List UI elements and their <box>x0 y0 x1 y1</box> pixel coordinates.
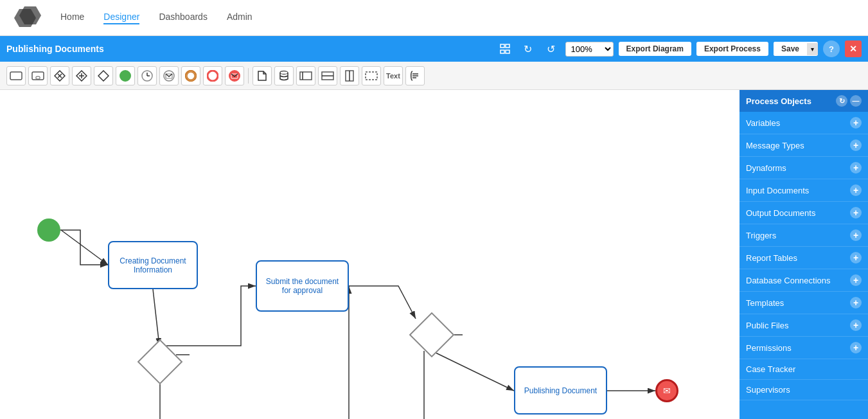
add-input-docs-icon[interactable]: + <box>850 184 862 196</box>
svg-rect-2 <box>500 44 504 48</box>
panel-item-output-documents[interactable]: Output Documents + <box>740 202 868 224</box>
add-db-connections-icon[interactable]: + <box>850 274 862 286</box>
panel-item-triggers[interactable]: Triggers + <box>740 224 868 247</box>
submit-label: Submit the document for approval <box>261 277 344 295</box>
panel-item-message-types-label: Message Types <box>746 141 804 150</box>
panel-item-public-files-label: Public Files <box>746 321 788 330</box>
panel-item-permissions[interactable]: Permissions + <box>740 337 868 359</box>
add-report-tables-icon[interactable]: + <box>850 252 862 263</box>
add-public-files-icon[interactable]: + <box>850 319 862 331</box>
main-nav: Home Designer Dashboards Admin <box>60 12 252 24</box>
gateway-x-tool[interactable] <box>50 66 69 85</box>
svg-line-37 <box>153 289 159 346</box>
dotted-tool[interactable] <box>362 66 381 85</box>
add-templates-icon[interactable]: + <box>850 297 862 308</box>
svg-point-13 <box>120 71 130 81</box>
panel-item-report-tables[interactable]: Report Tables + <box>740 247 868 269</box>
panel-item-dynaforms-label: Dynaforms <box>746 163 786 173</box>
nav-dashboards[interactable]: Dashboards <box>159 12 208 24</box>
task-tool[interactable] <box>6 66 26 85</box>
panel-item-templates[interactable]: Templates + <box>740 292 868 314</box>
gateway-diamond-tool[interactable] <box>94 66 113 85</box>
panel-item-case-tracker-label: Case Tracker <box>746 364 795 374</box>
gateway-1[interactable] <box>144 346 176 378</box>
panel-item-public-files[interactable]: Public Files + <box>740 314 868 337</box>
creating-doc-label: Creating Document Information <box>113 256 193 274</box>
help-button[interactable]: ? <box>823 40 840 57</box>
panel-item-variables[interactable]: Variables + <box>740 112 868 134</box>
panel-item-supervisors-label: Supervisors <box>746 385 790 395</box>
gateway-2[interactable] <box>416 319 448 351</box>
nav-designer[interactable]: Designer <box>103 12 139 24</box>
undo-button[interactable]: ↺ <box>542 40 560 58</box>
save-dropdown-button[interactable]: ▾ <box>807 43 818 55</box>
gateway-2-diamond <box>409 312 455 358</box>
svg-rect-7 <box>32 72 44 80</box>
logo-icon <box>13 4 41 32</box>
pool-tool[interactable] <box>296 66 315 85</box>
end-email-event[interactable]: ✉ <box>655 379 678 402</box>
zoom-select[interactable]: 100% 50% 75% 125% 150% <box>565 42 614 57</box>
end-event-tool[interactable] <box>203 66 222 85</box>
process-title: Publishing Documents <box>6 44 491 54</box>
fit-screen-button[interactable] <box>496 40 514 58</box>
panel-item-db-connections[interactable]: Database Connections + <box>740 269 868 292</box>
email-end-tool[interactable] <box>225 66 244 85</box>
add-permissions-icon[interactable]: + <box>850 342 862 353</box>
svg-rect-5 <box>506 50 509 53</box>
nav-admin[interactable]: Admin <box>227 12 252 24</box>
svg-rect-6 <box>10 72 22 80</box>
panel-item-message-types[interactable]: Message Types + <box>740 134 868 157</box>
add-variables-icon[interactable]: + <box>850 117 862 129</box>
svg-rect-25 <box>300 72 312 80</box>
panel-item-dynaforms[interactable]: Dynaforms + <box>740 157 868 179</box>
collapse-icon[interactable]: — <box>850 95 862 107</box>
lane-v-tool[interactable] <box>340 66 359 85</box>
text-tool[interactable]: Text <box>384 66 403 85</box>
panel-item-variables-label: Variables <box>746 118 780 128</box>
add-message-types-icon[interactable]: + <box>850 139 862 151</box>
panel-item-triggers-label: Triggers <box>746 231 776 240</box>
db-tool[interactable] <box>274 66 294 85</box>
close-button[interactable]: ✕ <box>845 40 862 57</box>
redo-button[interactable]: ↻ <box>519 40 537 58</box>
svg-point-21 <box>208 71 218 81</box>
intermediate-tool[interactable] <box>181 66 200 85</box>
svg-line-36 <box>61 230 108 265</box>
submit-task[interactable]: Submit the document for approval <box>256 260 349 312</box>
export-process-button[interactable]: Export Process <box>696 42 768 56</box>
subprocess-tool[interactable] <box>28 66 48 85</box>
note-tool[interactable] <box>252 66 272 85</box>
svg-point-22 <box>229 71 240 81</box>
svg-rect-3 <box>506 44 509 48</box>
add-dynaforms-icon[interactable]: + <box>850 162 862 174</box>
export-diagram-button[interactable]: Export Diagram <box>619 42 691 56</box>
panel-item-report-tables-label: Report Tables <box>746 253 797 263</box>
panel-item-supervisors[interactable]: Supervisors <box>740 380 868 400</box>
panel-header-icons: ↻ — <box>836 95 862 107</box>
gateway-plus-tool[interactable] <box>72 66 91 85</box>
annotation-tool[interactable] <box>405 66 425 85</box>
timer-tool[interactable] <box>137 66 157 85</box>
start-event-tool[interactable] <box>116 66 135 85</box>
gateway-1-diamond <box>137 339 183 385</box>
add-triggers-icon[interactable]: + <box>850 229 862 241</box>
panel-item-db-connections-label: Database Connections <box>746 276 831 285</box>
refresh-icon[interactable]: ↻ <box>836 95 847 107</box>
diagram-canvas[interactable]: Creating Document Information Submit the… <box>0 90 740 419</box>
start-event[interactable] <box>37 218 60 242</box>
panel-item-templates-label: Templates <box>746 298 784 308</box>
panel-item-case-tracker[interactable]: Case Tracker <box>740 359 868 380</box>
lane-h-tool[interactable] <box>318 66 337 85</box>
nav-home[interactable]: Home <box>60 12 84 24</box>
panel-item-input-documents[interactable]: Input Documents + <box>740 179 868 202</box>
creating-doc-task[interactable]: Creating Document Information <box>108 241 198 289</box>
add-output-docs-icon[interactable]: + <box>850 207 862 218</box>
save-button[interactable]: Save <box>774 42 807 56</box>
svg-point-17 <box>164 71 174 81</box>
svg-rect-31 <box>366 72 377 80</box>
message-tool[interactable] <box>159 66 179 85</box>
toolbar: Text <box>0 62 868 90</box>
publishing-task[interactable]: Publishing Document <box>514 366 607 415</box>
panel-item-output-docs-label: Output Documents <box>746 208 815 218</box>
